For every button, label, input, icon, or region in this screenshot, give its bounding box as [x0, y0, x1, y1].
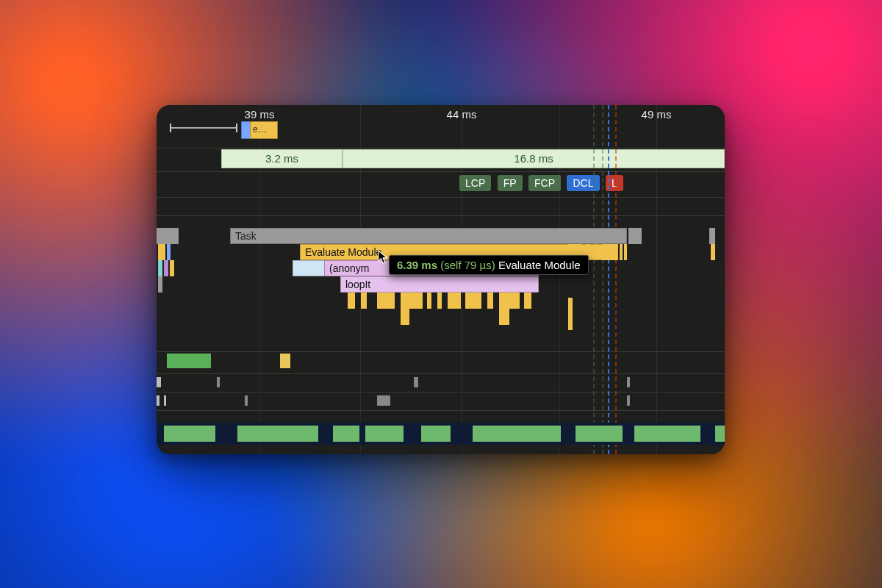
timings-badges: LCP FP FCP DCL L: [456, 175, 623, 191]
track-divider: [157, 373, 725, 374]
flame-label: (anonym: [329, 262, 369, 274]
ruler-tick: 39 ms: [245, 108, 275, 121]
badge-lcp[interactable]: LCP: [459, 175, 491, 191]
frame-duration: 16.8 ms: [514, 152, 553, 165]
ruler-tick: 44 ms: [447, 108, 477, 121]
flame-label: loopIt: [345, 279, 370, 290]
track-divider: [157, 351, 725, 352]
track-divider: [157, 197, 725, 198]
tooltip-name: Evaluate Module: [498, 259, 581, 271]
track-divider: [157, 392, 725, 392]
frames-track[interactable]: 3.2 ms 16.8 ms: [157, 149, 725, 170]
ruler-tick: 49 ms: [642, 108, 672, 121]
track-divider: [157, 148, 725, 148]
flame-tall-sliver[interactable]: [568, 298, 573, 330]
frame-segment[interactable]: 16.8 ms: [343, 149, 725, 168]
tooltip-self-time: (self 79 µs): [440, 259, 495, 271]
time-ruler[interactable]: 39 ms 44 ms 49 ms e…: [157, 105, 725, 127]
frame-duration: 3.2 ms: [265, 152, 298, 165]
flame-tooltip: 6.39 ms (self 79 µs) Evaluate Module: [389, 255, 589, 275]
frame-segment[interactable]: 3.2 ms: [221, 149, 343, 168]
thin-track-2[interactable]: [157, 395, 725, 406]
overview-event-box[interactable]: e…: [250, 121, 278, 139]
ruler-range-indicator[interactable]: [170, 127, 237, 129]
track-divider: [157, 215, 725, 216]
flame-right-slivers[interactable]: [157, 228, 725, 244]
badge-fp[interactable]: FP: [498, 175, 523, 191]
flame-children-row-2[interactable]: [157, 309, 725, 325]
track-divider: [157, 410, 725, 411]
track-divider: [157, 171, 725, 172]
gpu-track[interactable]: [157, 354, 725, 371]
devtools-performance-panel[interactable]: 39 ms 44 ms 49 ms e… 3.2 ms 16.8 ms LCP …: [157, 105, 725, 454]
flame-loopit[interactable]: loopIt: [340, 276, 539, 293]
badge-fcp[interactable]: FCP: [528, 175, 561, 191]
thin-track-1[interactable]: [157, 377, 725, 387]
raster-track[interactable]: [157, 423, 725, 445]
flame-children-row[interactable]: [157, 293, 725, 309]
flame-layout-pale[interactable]: [293, 260, 325, 276]
tooltip-time: 6.39 ms: [397, 259, 437, 271]
